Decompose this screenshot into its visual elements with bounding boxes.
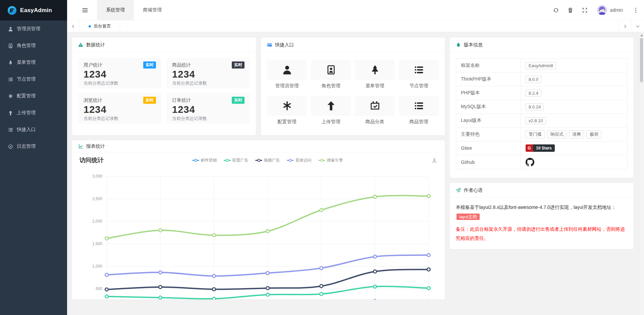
- y-axis-tick-label: 2,000: [92, 219, 102, 224]
- series-point[interactable]: [320, 209, 323, 212]
- series-point[interactable]: [266, 272, 269, 275]
- chevron-left-icon[interactable]: [67, 20, 80, 32]
- download-chart-icon[interactable]: [431, 157, 437, 163]
- series-point[interactable]: [427, 194, 430, 197]
- series-point[interactable]: [212, 297, 215, 300]
- legend-item[interactable]: 直接访问: [287, 158, 312, 163]
- series-point[interactable]: [320, 292, 323, 296]
- version-label: Gitee: [456, 141, 521, 155]
- version-tags: EasyAdmin8: [526, 62, 556, 69]
- sidebar-item[interactable]: 日志管理: [0, 138, 67, 155]
- version-tags: 8.0.0: [526, 76, 541, 83]
- stat-title: 订单统计: [172, 97, 191, 103]
- series-point[interactable]: [320, 267, 323, 270]
- stat-value: 1234: [84, 104, 156, 115]
- version-value: EasyAdmin8: [521, 59, 627, 72]
- quick-item[interactable]: 上传管理: [311, 96, 351, 125]
- series-point[interactable]: [266, 293, 269, 296]
- version-label: Layui版本: [456, 114, 521, 127]
- series-point[interactable]: [159, 296, 162, 299]
- quick-item-box: [311, 96, 351, 116]
- stats-card-title: 数据统计: [86, 42, 105, 48]
- version-tags: v2.8.10: [526, 117, 546, 124]
- active-tab-dot: [89, 25, 91, 28]
- collapse-menu-icon[interactable]: [82, 7, 88, 13]
- tree-icon: [8, 60, 13, 65]
- quick-item[interactable]: 角色管理: [311, 60, 351, 89]
- series-point[interactable]: [212, 234, 215, 237]
- quick-item[interactable]: 商品分类: [355, 96, 395, 125]
- layui-doc-link[interactable]: layui文档: [457, 214, 480, 220]
- sidebar: EasyAdmin 管理员管理 角色管理 菜单管理 节点管理: [0, 0, 67, 315]
- series-point[interactable]: [212, 288, 215, 291]
- more-dots-icon[interactable]: [633, 7, 639, 13]
- header-tab[interactable]: 商城管理: [134, 0, 171, 20]
- series-point[interactable]: [105, 237, 108, 240]
- quick-item[interactable]: 管理员管理: [267, 60, 307, 89]
- series-point[interactable]: [105, 288, 108, 291]
- sidebar-item[interactable]: 菜单管理: [0, 54, 67, 71]
- trash-icon[interactable]: [568, 7, 573, 13]
- list-icon: [414, 101, 424, 111]
- github-icon[interactable]: [526, 158, 534, 167]
- sidebar-menu: 管理员管理 角色管理 菜单管理 节点管理 配置管理: [0, 20, 67, 155]
- header-tabs: 系统管理 商城管理: [97, 0, 171, 20]
- id-badge-icon: [8, 43, 13, 48]
- header-tab[interactable]: 系统管理: [97, 0, 134, 20]
- sidebar-item[interactable]: 配置管理: [0, 88, 67, 104]
- avatar[interactable]: [597, 5, 607, 15]
- version-row: Gitee G 10 Stars: [456, 141, 627, 155]
- version-row: Layui版本 v2.8.10: [456, 114, 627, 128]
- stat-desc: 当前分类总记录数: [84, 116, 156, 122]
- series-point[interactable]: [373, 195, 376, 198]
- series-point[interactable]: [427, 254, 430, 257]
- series-point[interactable]: [266, 286, 269, 289]
- sidebar-item-label: 上传管理: [17, 110, 36, 116]
- quick-item[interactable]: 配置管理: [267, 96, 307, 125]
- series-point[interactable]: [266, 230, 269, 233]
- scroll-up-arrow[interactable]: [640, 34, 643, 36]
- series-point[interactable]: [159, 271, 162, 274]
- series-point[interactable]: [105, 273, 108, 276]
- series-point[interactable]: [320, 284, 323, 287]
- tab-menu-icon[interactable]: [631, 20, 644, 32]
- fullscreen-icon[interactable]: [582, 7, 588, 13]
- scrollbar[interactable]: [639, 32, 644, 315]
- sidebar-item[interactable]: 上传管理: [0, 104, 67, 121]
- series-point[interactable]: [427, 268, 430, 271]
- series-point[interactable]: [427, 286, 430, 289]
- sidebar-item[interactable]: 快捷入口: [0, 121, 67, 138]
- app-logo[interactable]: EasyAdmin: [0, 0, 67, 20]
- series-point[interactable]: [373, 285, 376, 288]
- version-row: Github: [456, 155, 627, 169]
- series-point[interactable]: [212, 274, 215, 277]
- sidebar-item[interactable]: 管理员管理: [0, 20, 67, 37]
- page-tab-home[interactable]: 后台首页: [80, 20, 120, 32]
- refresh-icon[interactable]: [553, 7, 559, 13]
- version-value: v2.8.10: [521, 114, 627, 127]
- report-card: 报表统计 访问统计 邮件营销 联盟广告: [72, 140, 445, 300]
- version-tag: 零门槛: [526, 130, 545, 138]
- quick-item[interactable]: 商品管理: [399, 96, 439, 125]
- legend-item[interactable]: 搜索引擎: [318, 158, 343, 163]
- gitee-stars-badge[interactable]: G 10 Stars: [526, 144, 555, 152]
- version-label: MySQL版本: [456, 100, 521, 114]
- chevron-right-icon[interactable]: [619, 20, 631, 32]
- sidebar-item[interactable]: 节点管理: [0, 71, 67, 88]
- series-point[interactable]: [373, 270, 376, 273]
- series-point[interactable]: [105, 295, 108, 298]
- legend-item[interactable]: 邮件营销: [192, 158, 217, 163]
- sidebar-item[interactable]: 角色管理: [0, 37, 67, 54]
- app-title: EasyAdmin: [20, 7, 52, 14]
- quick-item-label: 商品管理: [399, 119, 439, 125]
- quick-item[interactable]: 节点管理: [399, 60, 439, 89]
- quick-item[interactable]: 菜单管理: [355, 60, 395, 89]
- series-point[interactable]: [373, 255, 376, 258]
- sidebar-item-label: 管理员管理: [17, 26, 40, 32]
- legend-item[interactable]: 视频广告: [255, 158, 280, 163]
- series-point[interactable]: [159, 285, 162, 288]
- legend-item[interactable]: 联盟广告: [224, 158, 249, 163]
- scroll-thumb[interactable]: [640, 38, 643, 82]
- series-point[interactable]: [159, 229, 162, 232]
- username[interactable]: admin: [610, 7, 623, 13]
